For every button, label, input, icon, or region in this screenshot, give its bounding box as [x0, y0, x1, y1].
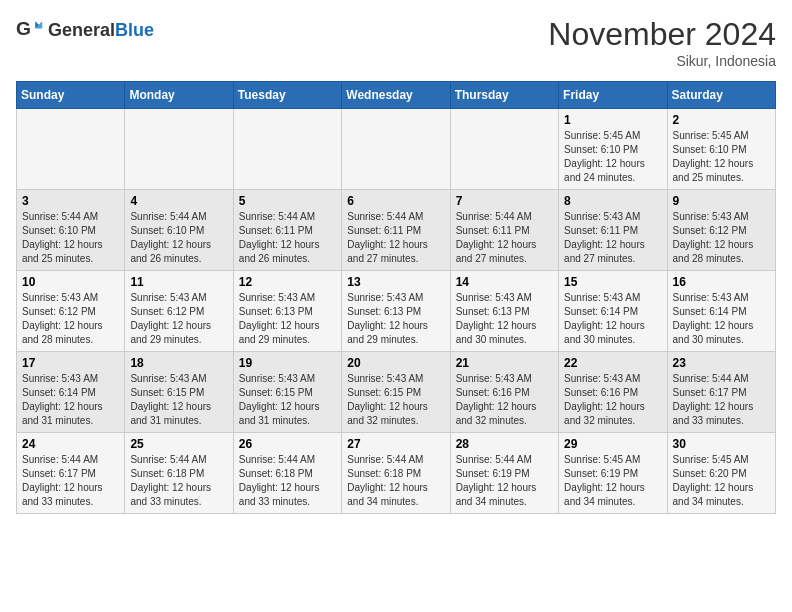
day-info: Sunrise: 5:44 AM Sunset: 6:11 PM Dayligh…: [239, 210, 336, 266]
day-number: 30: [673, 437, 770, 451]
day-number: 9: [673, 194, 770, 208]
calendar-day-cell: 23Sunrise: 5:44 AM Sunset: 6:17 PM Dayli…: [667, 352, 775, 433]
day-number: 18: [130, 356, 227, 370]
calendar-day-cell: 1Sunrise: 5:45 AM Sunset: 6:10 PM Daylig…: [559, 109, 667, 190]
day-number: 21: [456, 356, 553, 370]
calendar-day-cell: 9Sunrise: 5:43 AM Sunset: 6:12 PM Daylig…: [667, 190, 775, 271]
calendar-day-cell: 16Sunrise: 5:43 AM Sunset: 6:14 PM Dayli…: [667, 271, 775, 352]
calendar-week-row: 24Sunrise: 5:44 AM Sunset: 6:17 PM Dayli…: [17, 433, 776, 514]
day-number: 10: [22, 275, 119, 289]
month-title: November 2024: [548, 16, 776, 53]
day-info: Sunrise: 5:43 AM Sunset: 6:12 PM Dayligh…: [130, 291, 227, 347]
calendar-day-cell: 8Sunrise: 5:43 AM Sunset: 6:11 PM Daylig…: [559, 190, 667, 271]
calendar-day-cell: [342, 109, 450, 190]
day-info: Sunrise: 5:44 AM Sunset: 6:11 PM Dayligh…: [347, 210, 444, 266]
day-info: Sunrise: 5:43 AM Sunset: 6:14 PM Dayligh…: [673, 291, 770, 347]
calendar-day-cell: [17, 109, 125, 190]
day-of-week-header: Saturday: [667, 82, 775, 109]
calendar-day-cell: [233, 109, 341, 190]
day-info: Sunrise: 5:45 AM Sunset: 6:10 PM Dayligh…: [564, 129, 661, 185]
day-number: 5: [239, 194, 336, 208]
calendar-header-row: SundayMondayTuesdayWednesdayThursdayFrid…: [17, 82, 776, 109]
calendar-day-cell: 3Sunrise: 5:44 AM Sunset: 6:10 PM Daylig…: [17, 190, 125, 271]
calendar-week-row: 3Sunrise: 5:44 AM Sunset: 6:10 PM Daylig…: [17, 190, 776, 271]
calendar-day-cell: 25Sunrise: 5:44 AM Sunset: 6:18 PM Dayli…: [125, 433, 233, 514]
day-info: Sunrise: 5:44 AM Sunset: 6:10 PM Dayligh…: [130, 210, 227, 266]
calendar-day-cell: 4Sunrise: 5:44 AM Sunset: 6:10 PM Daylig…: [125, 190, 233, 271]
calendar-day-cell: 18Sunrise: 5:43 AM Sunset: 6:15 PM Dayli…: [125, 352, 233, 433]
calendar-day-cell: 13Sunrise: 5:43 AM Sunset: 6:13 PM Dayli…: [342, 271, 450, 352]
day-number: 20: [347, 356, 444, 370]
day-number: 7: [456, 194, 553, 208]
day-of-week-header: Sunday: [17, 82, 125, 109]
day-info: Sunrise: 5:45 AM Sunset: 6:10 PM Dayligh…: [673, 129, 770, 185]
day-number: 8: [564, 194, 661, 208]
day-info: Sunrise: 5:43 AM Sunset: 6:11 PM Dayligh…: [564, 210, 661, 266]
calendar-week-row: 1Sunrise: 5:45 AM Sunset: 6:10 PM Daylig…: [17, 109, 776, 190]
day-of-week-header: Thursday: [450, 82, 558, 109]
calendar-day-cell: 24Sunrise: 5:44 AM Sunset: 6:17 PM Dayli…: [17, 433, 125, 514]
calendar-table: SundayMondayTuesdayWednesdayThursdayFrid…: [16, 81, 776, 514]
day-number: 11: [130, 275, 227, 289]
day-number: 29: [564, 437, 661, 451]
calendar-day-cell: 21Sunrise: 5:43 AM Sunset: 6:16 PM Dayli…: [450, 352, 558, 433]
day-number: 1: [564, 113, 661, 127]
calendar-day-cell: 27Sunrise: 5:44 AM Sunset: 6:18 PM Dayli…: [342, 433, 450, 514]
day-number: 23: [673, 356, 770, 370]
day-info: Sunrise: 5:45 AM Sunset: 6:19 PM Dayligh…: [564, 453, 661, 509]
day-info: Sunrise: 5:43 AM Sunset: 6:15 PM Dayligh…: [239, 372, 336, 428]
day-info: Sunrise: 5:44 AM Sunset: 6:19 PM Dayligh…: [456, 453, 553, 509]
logo-icon: G: [16, 16, 44, 44]
title-block: November 2024 Sikur, Indonesia: [548, 16, 776, 69]
day-number: 14: [456, 275, 553, 289]
page-header: G General Blue November 2024 Sikur, Indo…: [16, 16, 776, 69]
day-number: 17: [22, 356, 119, 370]
calendar-day-cell: [125, 109, 233, 190]
day-info: Sunrise: 5:43 AM Sunset: 6:13 PM Dayligh…: [456, 291, 553, 347]
calendar-day-cell: 14Sunrise: 5:43 AM Sunset: 6:13 PM Dayli…: [450, 271, 558, 352]
calendar-day-cell: 15Sunrise: 5:43 AM Sunset: 6:14 PM Dayli…: [559, 271, 667, 352]
calendar-day-cell: 17Sunrise: 5:43 AM Sunset: 6:14 PM Dayli…: [17, 352, 125, 433]
day-info: Sunrise: 5:44 AM Sunset: 6:18 PM Dayligh…: [130, 453, 227, 509]
day-info: Sunrise: 5:44 AM Sunset: 6:17 PM Dayligh…: [22, 453, 119, 509]
calendar-week-row: 10Sunrise: 5:43 AM Sunset: 6:12 PM Dayli…: [17, 271, 776, 352]
calendar-week-row: 17Sunrise: 5:43 AM Sunset: 6:14 PM Dayli…: [17, 352, 776, 433]
day-info: Sunrise: 5:44 AM Sunset: 6:17 PM Dayligh…: [673, 372, 770, 428]
day-number: 13: [347, 275, 444, 289]
day-info: Sunrise: 5:44 AM Sunset: 6:18 PM Dayligh…: [347, 453, 444, 509]
day-number: 25: [130, 437, 227, 451]
day-number: 4: [130, 194, 227, 208]
calendar-day-cell: 26Sunrise: 5:44 AM Sunset: 6:18 PM Dayli…: [233, 433, 341, 514]
day-number: 6: [347, 194, 444, 208]
day-of-week-header: Friday: [559, 82, 667, 109]
svg-text:G: G: [16, 18, 31, 39]
logo-general: General: [48, 20, 115, 41]
calendar-day-cell: 7Sunrise: 5:44 AM Sunset: 6:11 PM Daylig…: [450, 190, 558, 271]
calendar-day-cell: 28Sunrise: 5:44 AM Sunset: 6:19 PM Dayli…: [450, 433, 558, 514]
calendar-day-cell: 22Sunrise: 5:43 AM Sunset: 6:16 PM Dayli…: [559, 352, 667, 433]
calendar-day-cell: 20Sunrise: 5:43 AM Sunset: 6:15 PM Dayli…: [342, 352, 450, 433]
logo-blue: Blue: [115, 20, 154, 41]
calendar-day-cell: 5Sunrise: 5:44 AM Sunset: 6:11 PM Daylig…: [233, 190, 341, 271]
day-number: 16: [673, 275, 770, 289]
calendar-day-cell: [450, 109, 558, 190]
day-info: Sunrise: 5:43 AM Sunset: 6:15 PM Dayligh…: [130, 372, 227, 428]
day-number: 26: [239, 437, 336, 451]
day-info: Sunrise: 5:43 AM Sunset: 6:13 PM Dayligh…: [347, 291, 444, 347]
calendar-day-cell: 11Sunrise: 5:43 AM Sunset: 6:12 PM Dayli…: [125, 271, 233, 352]
day-info: Sunrise: 5:43 AM Sunset: 6:16 PM Dayligh…: [564, 372, 661, 428]
day-of-week-header: Tuesday: [233, 82, 341, 109]
day-number: 19: [239, 356, 336, 370]
day-info: Sunrise: 5:45 AM Sunset: 6:20 PM Dayligh…: [673, 453, 770, 509]
calendar-day-cell: 29Sunrise: 5:45 AM Sunset: 6:19 PM Dayli…: [559, 433, 667, 514]
logo: G General Blue: [16, 16, 154, 44]
location: Sikur, Indonesia: [548, 53, 776, 69]
day-info: Sunrise: 5:43 AM Sunset: 6:15 PM Dayligh…: [347, 372, 444, 428]
calendar-day-cell: 12Sunrise: 5:43 AM Sunset: 6:13 PM Dayli…: [233, 271, 341, 352]
calendar-day-cell: 19Sunrise: 5:43 AM Sunset: 6:15 PM Dayli…: [233, 352, 341, 433]
day-number: 2: [673, 113, 770, 127]
day-info: Sunrise: 5:43 AM Sunset: 6:16 PM Dayligh…: [456, 372, 553, 428]
day-number: 27: [347, 437, 444, 451]
day-info: Sunrise: 5:44 AM Sunset: 6:11 PM Dayligh…: [456, 210, 553, 266]
day-number: 12: [239, 275, 336, 289]
